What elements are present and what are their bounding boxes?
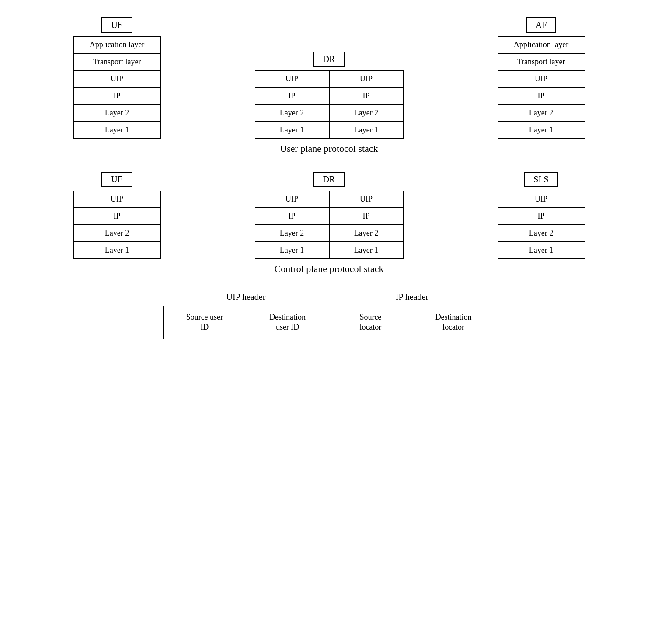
dr-cols: UIP IP Layer 2 Layer 1 UIP IP Layer 2 La…: [255, 70, 404, 139]
ue-uip: UIP: [73, 70, 161, 87]
ue-layer1: Layer 1: [73, 122, 161, 139]
dr-label: DR: [313, 52, 345, 67]
sls-stack-box: UIP IP Layer 2 Layer 1: [498, 191, 585, 259]
af-stack-group: AF Application layer Transport layer UIP…: [498, 17, 585, 139]
ue2-label: UE: [101, 172, 132, 187]
control-plane-title: Control plane protocol stack: [26, 263, 632, 275]
ue-col: Application layer Transport layer UIP IP…: [73, 36, 161, 139]
dr-uip-left: UIP: [255, 70, 329, 87]
control-plane-section: UE UIP IP Layer 2 Layer 1 DR UIP IP Laye…: [26, 172, 632, 275]
ue-label: UE: [101, 17, 132, 33]
user-plane-section: UE Application layer Transport layer UIP…: [26, 17, 632, 154]
packet-header-section: UIP header IP header Source userID Desti…: [26, 292, 632, 339]
uip-header-label: UIP header: [163, 292, 329, 302]
ue2-uip: UIP: [73, 191, 161, 208]
ue-stack-box: Application layer Transport layer UIP IP…: [73, 36, 161, 139]
af-label: AF: [526, 17, 557, 33]
dr-layer1-left: Layer 1: [255, 122, 329, 139]
dr-uip-right: UIP: [329, 70, 404, 87]
dr-ip-left: IP: [255, 87, 329, 104]
ue2-layer2: Layer 2: [73, 225, 161, 242]
control-plane-stacks-row: UE UIP IP Layer 2 Layer 1 DR UIP IP Laye…: [26, 172, 632, 259]
dr2-col-left: UIP IP Layer 2 Layer 1: [255, 191, 329, 259]
af-transport-layer: Transport layer: [498, 53, 585, 70]
dr2-cols: UIP IP Layer 2 Layer 1 UIP IP Layer 2 La…: [255, 191, 404, 259]
dr2-col-right: UIP IP Layer 2 Layer 1: [329, 191, 404, 259]
sls-col: UIP IP Layer 2 Layer 1: [498, 191, 585, 259]
ue2-layer1: Layer 1: [73, 242, 161, 259]
ue2-col: UIP IP Layer 2 Layer 1: [73, 191, 161, 259]
source-locator-cell: Sourcelocator: [329, 306, 412, 339]
dr2-layer1-left: Layer 1: [255, 242, 329, 259]
user-plane-title: User plane protocol stack: [26, 143, 632, 154]
ip-header-label: IP header: [329, 292, 495, 302]
ue-ip: IP: [73, 87, 161, 104]
dr-layer1-right: Layer 1: [329, 122, 404, 139]
dr2-layer2-left: Layer 2: [255, 225, 329, 242]
dr2-stack-group: DR UIP IP Layer 2 Layer 1 UIP IP Layer 2…: [255, 172, 404, 259]
ue-app-layer: Application layer: [73, 36, 161, 53]
dr2-uip-left: UIP: [255, 191, 329, 208]
user-plane-stacks-row: UE Application layer Transport layer UIP…: [26, 17, 632, 139]
sls-label: SLS: [524, 172, 558, 187]
dr2-label: DR: [313, 172, 345, 187]
ue-transport-layer: Transport layer: [73, 53, 161, 70]
dest-locator-cell: Destinationlocator: [412, 306, 495, 339]
sls-layer2: Layer 2: [498, 225, 585, 242]
sls-ip: IP: [498, 208, 585, 225]
dr-col-right: UIP IP Layer 2 Layer 1: [329, 70, 404, 139]
sls-stack-group: SLS UIP IP Layer 2 Layer 1: [498, 172, 585, 259]
sls-uip: UIP: [498, 191, 585, 208]
af-stack-box: Application layer Transport layer UIP IP…: [498, 36, 585, 139]
af-layer2: Layer 2: [498, 104, 585, 122]
dr-col-left: UIP IP Layer 2 Layer 1: [255, 70, 329, 139]
af-ip: IP: [498, 87, 585, 104]
af-uip: UIP: [498, 70, 585, 87]
ue-layer2: Layer 2: [73, 104, 161, 122]
af-layer1: Layer 1: [498, 122, 585, 139]
dest-user-cell: Destinationuser ID: [246, 306, 329, 339]
dr-ip-right: IP: [329, 87, 404, 104]
dr-layer2-left: Layer 2: [255, 104, 329, 122]
ue2-ip: IP: [73, 208, 161, 225]
ue2-stack-group: UE UIP IP Layer 2 Layer 1: [73, 172, 161, 259]
source-user-cell: Source userID: [164, 306, 247, 339]
packet-table: Source userID Destinationuser ID Sourcel…: [163, 306, 495, 339]
ue-stack-group: UE Application layer Transport layer UIP…: [73, 17, 161, 139]
dr2-uip-right: UIP: [329, 191, 404, 208]
dr2-ip-right: IP: [329, 208, 404, 225]
dr2-layer1-right: Layer 1: [329, 242, 404, 259]
dr-layer2-right: Layer 2: [329, 104, 404, 122]
dr2-ip-left: IP: [255, 208, 329, 225]
sls-layer1: Layer 1: [498, 242, 585, 259]
ue2-stack-box: UIP IP Layer 2 Layer 1: [73, 191, 161, 259]
dr-stack-group: DR UIP IP Layer 2 Layer 1 UIP IP Layer 2…: [255, 52, 404, 139]
af-app-layer: Application layer: [498, 36, 585, 53]
dr2-layer2-right: Layer 2: [329, 225, 404, 242]
af-col: Application layer Transport layer UIP IP…: [498, 36, 585, 139]
